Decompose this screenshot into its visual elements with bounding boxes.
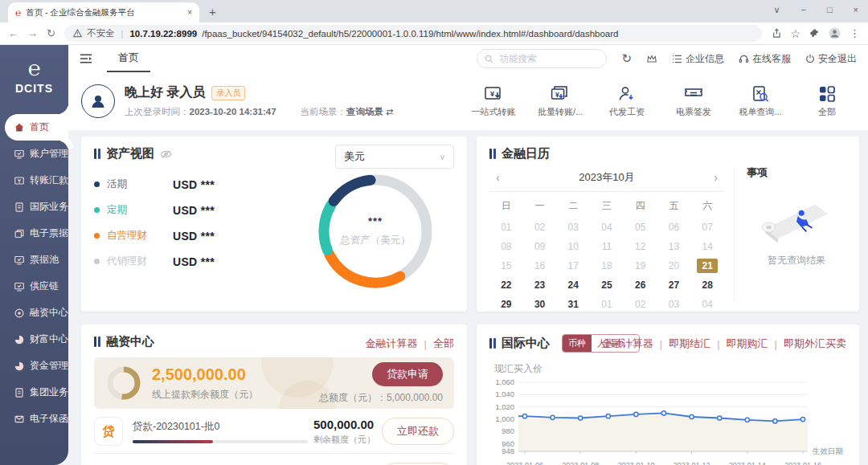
calendar-day[interactable]: 13 <box>657 238 691 255</box>
calendar-day[interactable]: 03 <box>657 296 691 313</box>
calendar-day[interactable]: 18 <box>590 257 624 275</box>
greeting-text: 晚上好 录入员 <box>125 84 205 101</box>
online-service-button[interactable]: 在线客服 <box>739 52 791 66</box>
extensions-icon[interactable] <box>809 28 820 39</box>
calendar-day[interactable]: 11 <box>590 238 624 255</box>
calendar-day[interactable]: 22 <box>489 276 523 294</box>
sidebar-item-home[interactable]: 首页 <box>5 114 68 141</box>
sidebar-item-supply-chain[interactable]: 供应链 <box>5 273 68 300</box>
sidebar-item-wealth[interactable]: 财富中心 <box>5 326 68 353</box>
sidebar-item-bill-pool[interactable]: 票据池 <box>5 247 68 273</box>
calendar-day[interactable]: 10 <box>556 238 590 255</box>
quick-action-e-bill-issue[interactable]: 电票签发 <box>670 84 717 118</box>
calendar-day[interactable]: 27 <box>657 276 691 294</box>
calendar-day[interactable]: 04 <box>590 218 624 236</box>
calendar-day[interactable]: 28 <box>690 276 724 294</box>
new-tab-button[interactable]: + <box>209 5 216 18</box>
back-icon[interactable]: ← <box>8 27 18 39</box>
guarantee-icon <box>14 414 25 425</box>
url-bar[interactable]: 不安全 | 10.7.19.22:8999 /fpaas_bucket/9415… <box>64 25 763 42</box>
calendar-day[interactable]: 01 <box>489 218 523 236</box>
sidebar-item-guarantee[interactable]: 电子保函 <box>5 406 68 432</box>
calendar-day[interactable]: 02 <box>523 218 557 236</box>
repay-button[interactable]: 立即还款 <box>382 418 454 445</box>
tab-close-icon[interactable]: × <box>187 8 192 17</box>
sidebar-item-group[interactable]: 集团业务 <box>5 379 68 406</box>
calendar-day[interactable]: 05 <box>624 218 657 236</box>
tab-home[interactable]: 首页 <box>107 45 150 72</box>
calendar-day[interactable]: 01 <box>590 296 624 313</box>
quick-action-payroll[interactable]: 代发工资 <box>604 84 650 118</box>
calendar-day[interactable]: 24 <box>556 276 590 294</box>
calendar-day[interactable]: 08 <box>489 238 523 255</box>
calendar-day[interactable]: 25 <box>590 276 624 294</box>
enterprise-info-button[interactable]: 企业信息 <box>672 52 724 66</box>
quick-action-all[interactable]: 全部 <box>804 84 850 118</box>
window-close-icon[interactable]: × <box>854 5 858 15</box>
search-input[interactable] <box>477 49 607 68</box>
user-icon <box>88 92 108 111</box>
collapse-menu-icon[interactable] <box>80 53 92 64</box>
calendar-day[interactable]: 19 <box>624 257 657 275</box>
financing-icon <box>14 308 25 319</box>
quick-action-batch-transfer[interactable]: ¥批量转账/... <box>537 84 583 118</box>
refresh-icon[interactable]: ↻ <box>621 51 632 66</box>
intl-link-3[interactable]: 即期购汇 <box>727 337 768 351</box>
calendar-day[interactable]: 26 <box>624 276 657 294</box>
calendar-day[interactable]: 31 <box>556 296 590 313</box>
url-host: 10.7.19.22:8999 <box>129 29 197 39</box>
financing-link-2[interactable]: 全部 <box>433 337 454 351</box>
intl-link-2[interactable]: 即期结汇 <box>669 337 710 351</box>
calendar-day[interactable]: 29 <box>489 296 523 313</box>
sidebar-item-e-bill[interactable]: 电子票据 <box>5 220 68 247</box>
calendar-day[interactable]: 03 <box>556 218 590 236</box>
sidebar-item-funds[interactable]: 资金管理 <box>5 353 68 379</box>
window-minimize-icon[interactable]: − <box>800 5 805 15</box>
reload-icon[interactable]: ↻ <box>47 27 55 39</box>
calendar-day[interactable]: 20 <box>657 257 691 275</box>
profile-icon[interactable] <box>829 27 841 39</box>
switch-scene-icon[interactable]: ⇄ <box>386 107 393 116</box>
window-maximize-icon[interactable]: □ <box>827 5 833 15</box>
calendar-day[interactable]: 09 <box>523 238 557 255</box>
menu-dots-icon[interactable]: ⋮ <box>850 27 860 39</box>
calendar-day[interactable]: 30 <box>523 296 557 313</box>
share-icon[interactable] <box>771 28 781 39</box>
logout-button[interactable]: 安全退出 <box>805 52 857 66</box>
window-chevron-icon[interactable]: ∨ <box>773 5 780 15</box>
quick-action-tax-query[interactable]: 税单查询... <box>737 84 784 118</box>
calendar-day[interactable]: 15 <box>489 257 523 275</box>
calendar-day[interactable]: 07 <box>690 218 724 236</box>
browser-chrome: ℮ 首页 - 企业综合金融服务平台 × + ∨ − □ × ← → ↻ 不安全 … <box>0 0 868 45</box>
calendar-day[interactable]: 21 <box>690 257 724 275</box>
sidebar-item-transfer[interactable]: 转账汇款 <box>5 167 68 194</box>
calendar-day[interactable]: 16 <box>523 257 557 275</box>
sidebar-item-financing[interactable]: 融资中心 <box>5 300 68 326</box>
svg-text:2023-01-12: 2023-01-12 <box>674 461 710 465</box>
search-field[interactable] <box>497 53 581 64</box>
next-month-icon[interactable]: › <box>710 171 721 184</box>
calendar-day[interactable]: 12 <box>624 238 657 255</box>
calendar-day[interactable]: 02 <box>624 296 657 313</box>
sidebar-item-accounts[interactable]: 账户管理 <box>5 141 68 167</box>
intl-link-1[interactable]: 金融计算器 <box>601 337 653 351</box>
international-icon <box>14 202 25 213</box>
financing-link-1[interactable]: 金融计算器 <box>366 337 418 351</box>
loan-apply-button[interactable]: 贷款申请 <box>372 362 443 386</box>
quick-action-one-stop-transfer[interactable]: ¥一站式转账 <box>470 84 517 118</box>
prev-month-icon[interactable]: ‹ <box>493 171 503 184</box>
calendar-day[interactable]: 04 <box>690 296 724 313</box>
bookmark-star-icon[interactable]: ☆ <box>790 27 800 40</box>
calendar-day[interactable]: 14 <box>690 238 724 255</box>
loan-badge: 贷 <box>94 417 123 446</box>
browser-tab[interactable]: ℮ 首页 - 企业综合金融服务平台 × <box>8 2 199 22</box>
calendar-day[interactable]: 06 <box>657 218 691 236</box>
calendar-day[interactable]: 23 <box>523 276 557 294</box>
theme-crown-icon[interactable] <box>646 54 657 63</box>
eye-off-icon[interactable] <box>160 149 172 159</box>
sidebar-item-international[interactable]: 国际业务 <box>5 194 68 220</box>
calendar-day[interactable]: 17 <box>556 257 590 275</box>
svg-text:2023-01-10: 2023-01-10 <box>617 461 654 465</box>
forward-icon[interactable]: → <box>27 27 38 39</box>
intl-link-4[interactable]: 即期外汇买卖 <box>784 337 846 351</box>
